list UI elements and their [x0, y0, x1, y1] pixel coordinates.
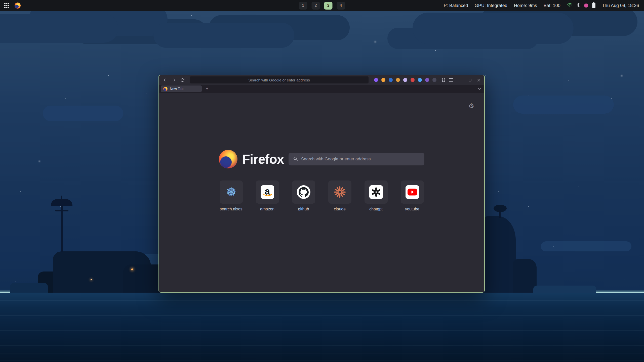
cliff-silhouette-right [478, 216, 538, 293]
gpu-status: GPU: Integrated [475, 3, 507, 8]
ocean [0, 293, 644, 362]
indicator-icon[interactable] [584, 4, 588, 8]
firefox-window: New Tab + ⚙ Firefox [158, 75, 485, 293]
new-tab-button[interactable]: + [204, 85, 210, 92]
nixos-snowflake-icon: ❄❄ [224, 185, 238, 199]
youtube-icon [406, 185, 419, 199]
cliff-tree-trunk [499, 210, 501, 218]
hut-window-light [91, 279, 92, 280]
chatgpt-openai-icon [369, 185, 383, 199]
extensions-puzzle-icon[interactable] [439, 76, 447, 83]
extension-icon-7[interactable] [425, 78, 429, 82]
shortcut-label: youtube [405, 207, 419, 211]
extension-icon-2[interactable] [389, 78, 393, 82]
shortcut-label: github [298, 207, 309, 211]
shortcut-label: amazon [260, 207, 274, 211]
workspace-switcher: 1 2 3 4 [299, 2, 345, 10]
shortcut-claude[interactable]: claude [328, 180, 351, 211]
shortcut-search-nixos[interactable]: ❄❄ search.nixos [220, 180, 243, 211]
url-input[interactable] [190, 76, 369, 83]
extension-icon-3[interactable] [396, 78, 400, 82]
ocean-reflections [0, 293, 644, 362]
shortcut-chatgpt[interactable]: chatgpt [365, 180, 388, 211]
clock: Thu Aug 08, 18:26 [602, 3, 639, 8]
watchtower-finial [61, 196, 62, 200]
newtab-search-box[interactable] [289, 153, 424, 165]
home-latency-status: Home: 9ms [514, 3, 537, 8]
shortcut-card: ❄❄ [220, 180, 243, 204]
hut-window-light [131, 268, 133, 270]
shortcut-label: chatgpt [369, 207, 382, 211]
workspace-button-1[interactable]: 1 [299, 2, 307, 10]
search-icon [293, 156, 298, 162]
list-all-tabs-chevron-icon[interactable] [476, 85, 482, 92]
window-controls [458, 77, 482, 83]
cloud [0, 14, 118, 43]
extension-icons [374, 78, 436, 82]
claude-starburst-icon [333, 186, 346, 199]
shortcut-card [328, 180, 351, 204]
firefox-launcher-icon[interactable] [15, 3, 21, 9]
firefox-logo [219, 150, 237, 168]
forward-button[interactable] [170, 76, 178, 83]
tab-title: New Tab [170, 87, 183, 91]
extension-icon-5[interactable] [411, 78, 415, 82]
extension-icon-8[interactable] [432, 78, 436, 82]
menu-hamburger-icon[interactable] [448, 76, 455, 83]
workspace-button-2[interactable]: 2 [312, 2, 320, 10]
cloud [153, 23, 294, 48]
firefox-favicon [163, 87, 168, 91]
tab-strip: New Tab + [159, 85, 484, 93]
shortcut-card: a [256, 180, 279, 204]
cloud [413, 13, 574, 44]
browser-toolbar [159, 75, 484, 85]
newtab-hero: Firefox [159, 150, 484, 168]
top-status-bar: 1 2 3 4 P: Balanced GPU: Integrated Home… [0, 0, 644, 11]
text-caret [277, 78, 277, 82]
island-silhouette-left [38, 241, 174, 293]
extension-icon-0[interactable] [374, 78, 378, 82]
watchtower-platform [55, 210, 68, 211]
reload-button[interactable] [179, 76, 186, 83]
cliff-rock [513, 259, 537, 293]
cloud [43, 106, 123, 121]
minimize-button[interactable] [458, 77, 465, 83]
bluetooth-icon[interactable] [577, 3, 580, 9]
shortcut-amazon[interactable]: a amazon [256, 180, 279, 211]
distant-islet [10, 283, 48, 293]
personalize-gear-icon[interactable]: ⚙ [468, 103, 474, 109]
workspace-button-4[interactable]: 4 [337, 2, 345, 10]
firefox-wordmark: Firefox [242, 152, 284, 167]
shortcut-card [401, 180, 424, 204]
amazon-icon: a [261, 185, 274, 199]
close-button[interactable] [475, 77, 482, 83]
shortcut-youtube[interactable]: youtube [401, 180, 424, 211]
back-button[interactable] [162, 76, 169, 83]
maximize-button[interactable] [467, 77, 473, 83]
battery-icon[interactable] [592, 3, 595, 8]
shortcut-tiles: ❄❄ search.nixos a amazon [159, 180, 484, 211]
url-bar[interactable] [190, 76, 369, 83]
shortcut-card [292, 180, 315, 204]
cloud [513, 96, 614, 114]
newtab-page: ⚙ Firefox ❄❄ search.nixos [159, 93, 484, 292]
cloud-haze [541, 241, 631, 251]
wifi-icon[interactable] [567, 3, 573, 9]
newtab-search-input[interactable] [301, 157, 420, 162]
shortcut-label: search.nixos [220, 207, 243, 211]
workspace-button-3[interactable]: 3 [324, 2, 333, 10]
distant-islet [533, 286, 596, 293]
battery-status: Bat: 100 [544, 3, 560, 8]
github-octocat-icon [297, 185, 310, 199]
shortcut-label: claude [334, 207, 346, 211]
power-profile-status: P: Balanced [444, 3, 468, 8]
shortcut-github[interactable]: github [292, 180, 315, 211]
extension-icon-1[interactable] [381, 78, 385, 82]
app-launcher-icon[interactable] [4, 3, 10, 8]
tab-new-tab[interactable]: New Tab [161, 85, 202, 92]
extension-icon-6[interactable] [418, 78, 422, 82]
extension-icon-4[interactable] [403, 78, 407, 82]
shortcut-card [365, 180, 388, 204]
